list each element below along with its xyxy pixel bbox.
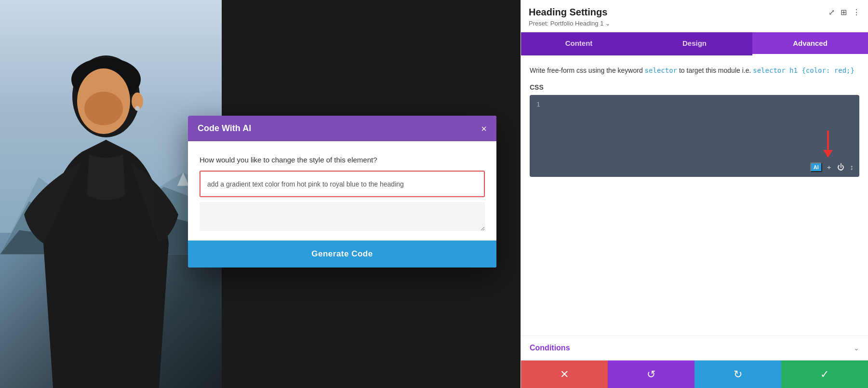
panel-header-icons: ⤢ ⊞ ⋮ <box>828 8 860 17</box>
css-desc-text-2: to target this module i.e. <box>677 67 753 74</box>
code-with-ai-modal: Code With AI × How would you like to cha… <box>188 116 496 268</box>
css-line-number: 1 <box>536 101 540 108</box>
modal-close-button[interactable]: × <box>481 124 487 134</box>
preset-label[interactable]: Preset: Portfolio Heading 1 ⌄ <box>529 20 860 27</box>
cancel-icon: ✕ <box>560 368 569 381</box>
person-silhouette <box>14 51 198 388</box>
panel-tabs: Content Design Advanced <box>521 32 868 55</box>
css-editor-toolbar: AI + ⏻ ↕ <box>810 162 855 172</box>
tab-advanced[interactable]: Advanced <box>752 32 868 55</box>
redo-button[interactable]: ↻ <box>694 361 781 388</box>
conditions-chevron-icon: ⌄ <box>854 344 859 352</box>
panel-title: Heading Settings <box>529 7 607 18</box>
modal-title: Code With AI <box>198 123 251 134</box>
tab-content[interactable]: Content <box>521 32 637 55</box>
save-button[interactable]: ✓ <box>781 361 868 388</box>
background-area: About Me Code With AI × How would you li… <box>0 0 521 388</box>
more-icon[interactable]: ⋮ <box>853 8 860 17</box>
panel-header: Heading Settings ⤢ ⊞ ⋮ Preset: Portfolio… <box>521 0 868 32</box>
css-label: CSS <box>530 83 859 91</box>
undo-icon: ↺ <box>647 368 655 381</box>
css-description: Write free-form css using the keyword se… <box>530 65 859 76</box>
columns-icon[interactable]: ⊞ <box>841 8 847 17</box>
svg-point-8 <box>84 92 123 125</box>
tab-design[interactable]: Design <box>637 32 752 55</box>
css-desc-text-1: Write free-form css using the keyword <box>530 67 645 74</box>
reorder-css-button[interactable]: ↕ <box>849 162 855 172</box>
modal-header: Code With AI × <box>188 116 496 141</box>
expand-icon[interactable]: ⤢ <box>828 8 835 17</box>
modal-body: How would you like to change the style o… <box>188 141 496 241</box>
css-editor-arrow <box>823 131 833 158</box>
action-bar: ✕ ↺ ↻ ✓ <box>521 360 868 388</box>
css-arrow-head <box>823 150 833 158</box>
modal-question-text: How would you like to change the style o… <box>200 156 485 164</box>
preset-dropdown-arrow: ⌄ <box>605 20 610 27</box>
svg-point-10 <box>135 106 140 111</box>
generate-code-button[interactable]: Generate Code <box>188 241 496 268</box>
modal-footer: Generate Code <box>188 241 496 268</box>
toggle-css-button[interactable]: ⏻ <box>836 162 845 172</box>
conditions-section[interactable]: Conditions ⌄ <box>521 335 868 360</box>
css-editor[interactable]: 1 AI + ⏻ ↕ <box>530 95 859 177</box>
panel-header-row: Heading Settings ⤢ ⊞ ⋮ <box>529 7 860 18</box>
preset-text: Preset: Portfolio Heading 1 <box>529 20 603 27</box>
modal-extra-textarea[interactable] <box>200 202 485 231</box>
add-css-button[interactable]: + <box>826 162 832 172</box>
css-keyword-selector: selector <box>645 67 677 74</box>
cancel-button[interactable]: ✕ <box>521 361 608 388</box>
redo-icon: ↻ <box>734 368 742 381</box>
conditions-label: Conditions <box>530 344 570 352</box>
undo-button[interactable]: ↺ <box>608 361 694 388</box>
ai-button[interactable]: AI <box>810 162 822 172</box>
save-icon: ✓ <box>820 368 829 381</box>
css-arrow-shaft <box>827 131 829 150</box>
modal-ai-input[interactable] <box>200 171 485 197</box>
panel-content: Write free-form css using the keyword se… <box>521 55 868 335</box>
css-keyword-example: selector h1 {color: red;} <box>753 67 855 74</box>
heading-settings-panel: Heading Settings ⤢ ⊞ ⋮ Preset: Portfolio… <box>521 0 868 388</box>
